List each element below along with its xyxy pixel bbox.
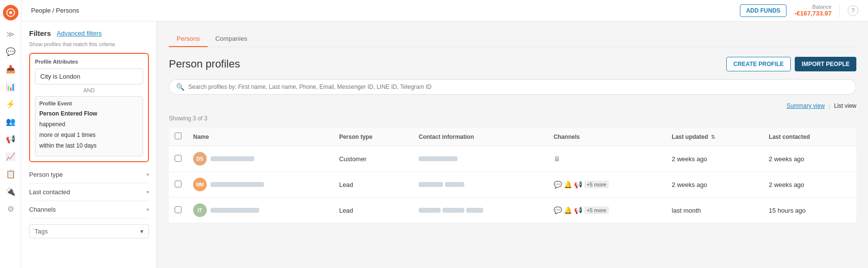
city-filter[interactable]: City is London	[35, 68, 143, 84]
channel-broadcast-icon: 📢	[574, 206, 582, 214]
row-last-contacted: 2 weeks ago	[763, 146, 856, 172]
name-cell: MM	[193, 178, 328, 191]
person-type-dropdown[interactable]: Person type ▾	[29, 166, 149, 184]
tab-persons[interactable]: Persons	[169, 31, 208, 47]
nav-chat-icon[interactable]: 💬	[3, 44, 18, 59]
tab-companies[interactable]: Companies	[208, 31, 255, 47]
search-bar: 🔍	[169, 79, 856, 95]
event-name: Person Entered Flow	[39, 110, 97, 117]
content-area: Persons Companies Person profiles CREATE…	[157, 21, 868, 268]
name-text	[211, 182, 264, 187]
row-name-cell: IT	[187, 198, 333, 223]
last-contacted-dropdown[interactable]: Last contacted ▾	[29, 184, 149, 201]
filter-subtitle: Show profiles that match this criteria	[29, 41, 149, 47]
action-buttons: CREATE PROFILE IMPORT PEOPLE	[726, 57, 856, 71]
person-type-label: Person type	[29, 171, 63, 178]
channels-label: Channels	[29, 206, 56, 213]
select-all-checkbox[interactable]	[175, 133, 181, 139]
avatar: DS	[193, 152, 207, 166]
divider	[839, 3, 840, 18]
event-happened: happened	[39, 120, 139, 129]
table-row[interactable]: MM Lead	[169, 172, 856, 198]
name-cell: DS	[193, 152, 328, 166]
event-count: more or equal 1 times	[39, 131, 139, 139]
import-people-button[interactable]: IMPORT PEOPLE	[795, 57, 856, 71]
nav-contacts-icon[interactable]: 📋	[3, 166, 18, 182]
tags-label: Tags	[34, 228, 48, 235]
contact-info-text	[419, 182, 443, 187]
row-checkbox-cell	[169, 198, 187, 223]
channel-bell-icon: 🔔	[564, 206, 572, 214]
tags-dropdown[interactable]: Tags ▾	[29, 224, 149, 238]
row-channels: 💬 🔔 📢 +5 more	[548, 198, 666, 223]
avatar: MM	[193, 178, 207, 191]
view-toggle: Summary view | List view	[169, 102, 856, 109]
row-channels: 💬 🔔 📢 +5 more	[548, 172, 666, 198]
col-contact-info: Contact information	[413, 128, 548, 146]
summary-view-link[interactable]: Summary view	[786, 102, 825, 109]
top-bar: People / Persons ADD FUNDS Balance -€167…	[21, 0, 868, 21]
nav-campaigns-icon[interactable]: 📢	[3, 131, 18, 147]
event-name-row: Person Entered Flow	[39, 109, 139, 118]
nav-people-icon[interactable]: 👥	[3, 114, 18, 129]
showing-count: Showing 3 of 3	[169, 115, 856, 122]
channels-chevron: ▾	[147, 207, 149, 212]
tags-chevron: ▾	[140, 228, 144, 235]
contact-info-text3	[466, 208, 483, 213]
col-last-updated: Last updated ⇅	[666, 128, 763, 146]
help-icon[interactable]: ?	[848, 5, 858, 16]
person-type-chevron: ▾	[147, 172, 149, 177]
profiles-table: Name Person type Contact information Cha…	[169, 128, 856, 223]
nav-settings-icon[interactable]: ⚙	[3, 201, 18, 217]
filter-panel: Filters Advanced filters Show profiles t…	[21, 21, 157, 268]
channel-monitor-icon: 🖥	[554, 155, 560, 163]
more-channels-badge: +5 more	[584, 206, 609, 214]
last-contacted-label: Last contacted	[29, 188, 70, 196]
breadcrumb: People / Persons	[31, 7, 79, 14]
channel-broadcast-icon: 📢	[574, 181, 582, 188]
list-view-label[interactable]: List view	[834, 102, 856, 109]
search-icon: 🔍	[176, 83, 184, 91]
row-checkbox-cell	[169, 172, 187, 198]
filters-title: Filters	[29, 29, 51, 37]
channels-dropdown[interactable]: Channels ▾	[29, 201, 149, 218]
balance-label: Balance	[794, 4, 832, 10]
add-funds-button[interactable]: ADD FUNDS	[740, 4, 787, 17]
table-row[interactable]: IT Lead	[169, 198, 856, 223]
top-bar-right: ADD FUNDS Balance -€167,733.97 ?	[740, 3, 858, 18]
row-checkbox[interactable]	[175, 181, 181, 187]
channel-chat-icon: 💬	[554, 181, 562, 188]
channel-icons: 🖥	[554, 155, 660, 163]
row-checkbox[interactable]	[175, 155, 181, 162]
row-person-type: Lead	[333, 172, 413, 198]
row-last-updated: 2 weeks ago	[666, 146, 763, 172]
table-row[interactable]: DS Customer 🖥	[169, 146, 856, 172]
and-label: AND	[35, 87, 143, 93]
advanced-filters-link[interactable]: Advanced filters	[57, 30, 102, 37]
page-title-row: Person profiles CREATE PROFILE IMPORT PE…	[169, 57, 856, 71]
nav-analytics-icon[interactable]: 📈	[3, 149, 18, 164]
profile-event-box: Profile Event Person Entered Flow happen…	[35, 96, 143, 156]
col-person-type: Person type	[333, 128, 413, 146]
row-last-contacted: 15 hours ago	[763, 198, 856, 223]
breadcrumb-persons: Persons	[56, 7, 79, 14]
search-input[interactable]	[188, 84, 849, 90]
nav-inbox-icon[interactable]: 📥	[3, 61, 18, 77]
nav-reports-icon[interactable]: 📊	[3, 79, 18, 94]
nav-expand-icon[interactable]: ≫	[3, 26, 18, 42]
contact-info-text2	[442, 208, 464, 213]
nav-flows-icon[interactable]: ⚡	[3, 96, 18, 112]
view-divider: |	[829, 102, 830, 109]
nav-integrations-icon[interactable]: 🔌	[3, 184, 18, 199]
profile-event-title: Profile Event	[39, 100, 139, 106]
icon-sidebar: ≫ 💬 📥 📊 ⚡ 👥 📢 📈 📋 🔌 ⚙	[0, 0, 21, 268]
row-person-type: Customer	[333, 146, 413, 172]
create-profile-button[interactable]: CREATE PROFILE	[726, 57, 791, 71]
name-text	[211, 208, 259, 213]
profile-attributes-box: Profile Attributes City is London AND Pr…	[29, 53, 149, 162]
more-channels-badge: +5 more	[584, 181, 609, 188]
balance-amount: -€167,733.97	[794, 10, 832, 17]
channel-bell-icon: 🔔	[564, 181, 572, 188]
row-checkbox[interactable]	[175, 206, 181, 213]
avatar: IT	[193, 203, 207, 217]
